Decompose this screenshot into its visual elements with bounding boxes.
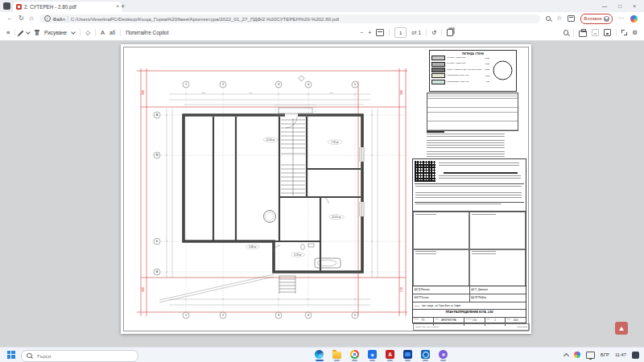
legend-row: ТУХЛЕНА ЗИДАРИЯ25см (430, 56, 491, 61)
address-divider (68, 16, 68, 22)
taskbar: ◈ A БГР 11:47 (0, 347, 644, 362)
title-block: Проектант:арх. Д. Иванова Чертал:арх. С.… (412, 286, 526, 323)
maximize-button[interactable]: □ (618, 3, 621, 9)
setback-dim: 300 (141, 286, 145, 292)
grid-bubble-label: 2 (222, 314, 224, 317)
close-button[interactable]: × (633, 3, 636, 9)
window-icon[interactable] (3, 2, 10, 10)
refresh-icon[interactable]: ↻ (19, 15, 24, 22)
dictionary-icon[interactable]: аб (109, 30, 115, 35)
dim-label: 255 (202, 92, 206, 94)
signin-label: Влизане (584, 16, 602, 21)
grid-bubble-label: М (155, 154, 158, 157)
minimize-button[interactable]: — (602, 3, 608, 9)
print-icon[interactable] (579, 31, 587, 37)
favorites-star-icon[interactable]: ☆ (556, 15, 562, 22)
signature-cell (413, 249, 469, 287)
grid-bubble-label: 4 (308, 314, 309, 317)
titleblock-cell: Проверил:инж. П. Колева (413, 294, 470, 302)
draw-chevron-icon[interactable] (71, 30, 76, 35)
tab-strip: 2. СУТЕРЕН - 2.80.pdf × + — □ × (0, 0, 644, 12)
signin-button[interactable]: Влизане (580, 14, 613, 24)
avatar (604, 16, 609, 22)
collections-icon[interactable] (568, 15, 575, 22)
read-aloud-icon[interactable]: A (101, 30, 105, 36)
titleblock-cell: Водещ проектант:арх. М. Петрова (470, 294, 526, 302)
legend-swatch (431, 62, 445, 67)
taskbar-chrome-icon[interactable] (349, 349, 360, 360)
approval-stamp (412, 158, 526, 212)
new-tab-button[interactable]: + (121, 2, 125, 10)
zoom-in-button[interactable]: + (369, 30, 372, 35)
taskbar-acrobat-icon[interactable]: A (385, 349, 395, 360)
copilot-button[interactable]: Попитайте Copilot (126, 30, 168, 35)
notification-center-icon[interactable] (632, 352, 639, 359)
browser-tab[interactable]: 2. СУТЕРЕН - 2.80.pdf × (13, 2, 122, 12)
tab-close-icon[interactable]: × (116, 4, 119, 10)
object-value: жил. сграда – кв. Горна Баня, гр. София (422, 305, 460, 307)
taskbar-file-explorer-icon[interactable] (332, 349, 342, 360)
object-label: ОБЕКТ: (415, 305, 420, 306)
eraser-icon[interactable]: ◇ (85, 30, 90, 36)
qr-code (415, 161, 436, 182)
grid-bubble-label: 2 (222, 83, 224, 86)
back-icon[interactable]: ← (6, 15, 13, 22)
open-in-acrobat-button[interactable] (615, 322, 628, 335)
display-tray-icon[interactable] (586, 352, 595, 359)
zoom-icon[interactable] (546, 16, 551, 22)
pen-chevron-icon[interactable] (26, 30, 31, 35)
keyboard-language[interactable]: БГР (601, 352, 609, 357)
home-icon[interactable]: ⌂ (30, 15, 34, 22)
legend-swatch (431, 68, 445, 72)
navigation-bar: ← ↻ ⌂ i Файл C:/Users/VeselinaPC/Desktop… (0, 12, 644, 25)
sheet-footer: ЛИСТ: 420 x 594 (0.25 м²) Април 2022 (413, 323, 530, 331)
grid-bubble-label: 3 (278, 314, 279, 317)
setback-dim: 300 (141, 89, 145, 95)
address-bar[interactable]: i Файл C:/Users/VeselinaPC/Desktop/Къща_… (39, 14, 540, 23)
more-menu-icon[interactable]: ··· (618, 15, 625, 22)
fixtures (264, 211, 341, 269)
fit-page-icon[interactable] (376, 29, 384, 36)
taskbar-word-icon[interactable] (402, 349, 413, 360)
signature-cell (469, 212, 526, 249)
rotate-icon[interactable]: ↺ (431, 30, 436, 36)
gear-icon[interactable]: ⚙ (632, 30, 638, 36)
pdf-viewport[interactable]: 255 410 310 300 300 300 150 (0, 41, 644, 348)
page-view-icon[interactable] (447, 29, 453, 36)
page-count-label: от 1 (411, 30, 421, 35)
taskbar-outlook-icon[interactable] (420, 349, 431, 360)
highlighter-icon[interactable] (35, 30, 39, 35)
clock[interactable]: 11:47 (615, 352, 626, 357)
drawing-title: ПЛАН РАЗПРЕДЕЛЕНИЕ КОТА -2.80 (445, 311, 493, 315)
pdf-search-icon[interactable] (564, 30, 569, 35)
room-area-label: 7.70 м² (331, 141, 339, 144)
taskbar-app-icon[interactable] (438, 349, 448, 360)
save-as-icon[interactable] (604, 29, 611, 36)
taskbar-photos-icon[interactable]: ◈ (367, 349, 378, 360)
room-area-label: 3.68 м² (249, 245, 257, 249)
pen-icon[interactable] (19, 30, 24, 35)
tray-overflow-icon[interactable] (564, 352, 569, 358)
signature-cell (413, 212, 469, 249)
draw-button[interactable]: Рисуване (44, 30, 67, 35)
interior-stairs (281, 118, 305, 195)
fullscreen-icon[interactable] (621, 30, 627, 35)
sheet-date-label: Април 2022 (516, 326, 527, 328)
page-info-icon[interactable]: i (44, 15, 51, 22)
taskbar-search[interactable] (21, 350, 138, 362)
taskbar-edge-icon[interactable] (314, 349, 324, 360)
signature-grid (412, 211, 526, 287)
notes-block (427, 131, 522, 158)
setback-dim: 150 (399, 286, 403, 292)
search-input[interactable] (35, 352, 119, 360)
legend-row: ТОПЛОИЗОЛАЦИЯ XPS10см (430, 73, 491, 79)
zoom-out-button[interactable]: − (361, 30, 364, 35)
edge-window: 2. СУТЕРЕН - 2.80.pdf × + — □ × ← ↻ ⌂ i … (0, 0, 644, 362)
copilot-orb-icon[interactable] (630, 15, 638, 23)
toc-icon[interactable]: ≡ (6, 30, 10, 36)
start-button[interactable] (7, 351, 15, 359)
page-number-input[interactable] (394, 27, 407, 38)
save-icon[interactable] (592, 29, 599, 36)
defender-icon[interactable] (574, 352, 580, 358)
grid-bubble-label: 1 (185, 314, 187, 317)
